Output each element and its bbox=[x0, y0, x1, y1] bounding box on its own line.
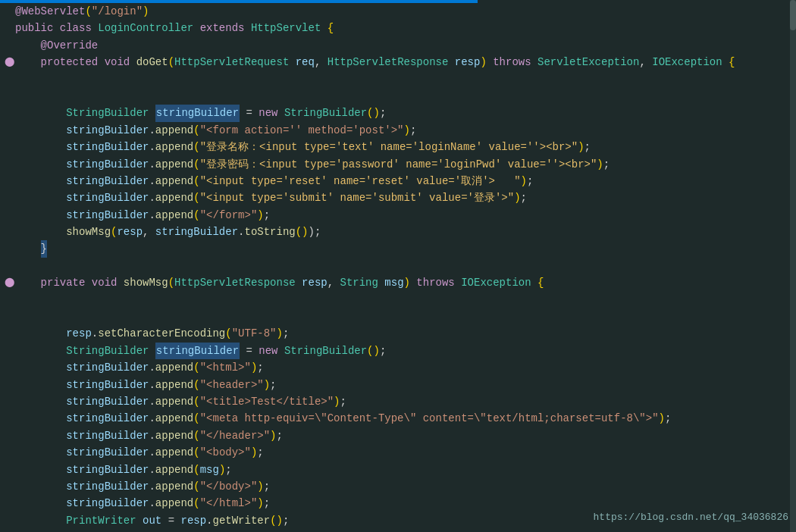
code-line-18: stringBuilder.append("<html>"); bbox=[0, 359, 796, 376]
code-line-28: out.println(stringBuilder.toString()); bbox=[0, 529, 796, 532]
code-annotation: @WebServlet bbox=[15, 3, 85, 20]
scrollbar-thumb[interactable] bbox=[790, 0, 796, 30]
code-line-16: resp.setCharacterEncoding("UTF-8"); bbox=[0, 325, 796, 342]
code-line-22: stringBuilder.append("</header>"); bbox=[0, 427, 796, 444]
code-line-1: @WebServlet("/login") bbox=[0, 3, 796, 20]
gutter-4: ⬤ bbox=[6, 54, 15, 105]
code-line-15: ⬤ private void showMsg(HttpServletRespon… bbox=[0, 274, 796, 325]
code-line-24: stringBuilder.append(msg); bbox=[0, 462, 796, 478]
code-line-7: stringBuilder.append("登录名称：<input type='… bbox=[0, 139, 796, 155]
code-line-21: stringBuilder.append("<meta http-equiv=\… bbox=[0, 410, 796, 427]
code-line-20: stringBuilder.append("<title>Test</title… bbox=[0, 393, 796, 410]
code-line-14 bbox=[0, 258, 796, 274]
gutter-15: ⬤ bbox=[6, 274, 15, 325]
code-line-11: stringBuilder.append("</form>"); bbox=[0, 207, 796, 224]
code-line-19: stringBuilder.append("<header>"); bbox=[0, 377, 796, 393]
code-line-10: stringBuilder.append("<input type='submi… bbox=[0, 189, 796, 206]
code-line-5: StringBuilder stringBuilder = new String… bbox=[0, 105, 796, 121]
scrollbar[interactable] bbox=[790, 0, 796, 532]
code-line-13: } bbox=[0, 240, 796, 257]
code-line-25: stringBuilder.append("</body>"); bbox=[0, 478, 796, 495]
code-editor: @WebServlet("/login") public class Login… bbox=[0, 0, 796, 532]
code-line-8: stringBuilder.append("登录密码：<input type='… bbox=[0, 156, 796, 173]
code-line-6: stringBuilder.append("<form action='' me… bbox=[0, 122, 796, 139]
code-line-2: public class LoginController extends Htt… bbox=[0, 20, 796, 36]
code-line-17: StringBuilder stringBuilder = new String… bbox=[0, 343, 796, 359]
code-line-4: ⬤ protected void doGet(HttpServletReques… bbox=[0, 54, 796, 105]
code-line-9: stringBuilder.append("<input type='reset… bbox=[0, 173, 796, 189]
code-line-3: @Override bbox=[0, 37, 796, 54]
code-line-12: showMsg(resp, stringBuilder.toString()); bbox=[0, 224, 796, 240]
watermark: https://blog.csdn.net/qq_34036826 bbox=[594, 510, 788, 526]
code-line-23: stringBuilder.append("<body>"); bbox=[0, 444, 796, 461]
